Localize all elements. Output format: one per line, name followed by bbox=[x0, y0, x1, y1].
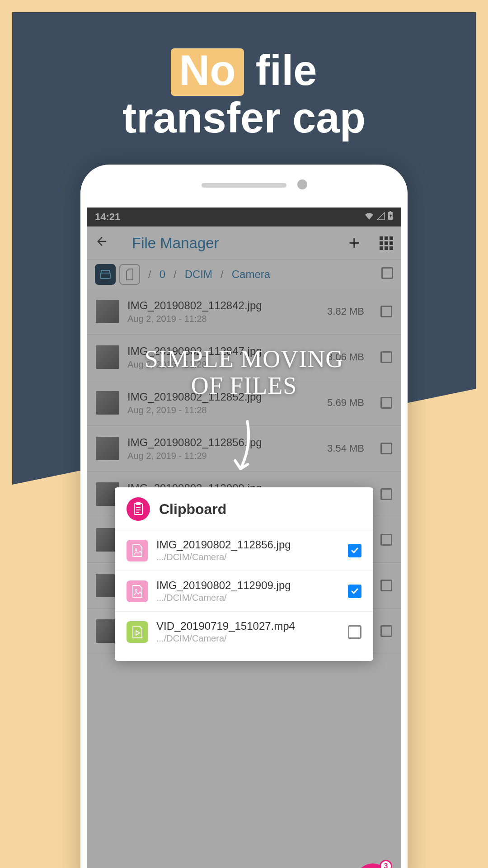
clipboard-file-name: VID_20190719_151027.mp4 bbox=[156, 620, 340, 632]
breadcrumb-separator: / bbox=[221, 268, 224, 281]
phone-speaker bbox=[202, 183, 286, 188]
file-size: 3.54 MB bbox=[327, 443, 364, 454]
headline-word: file bbox=[256, 47, 317, 94]
internal-storage-icon[interactable] bbox=[95, 264, 116, 285]
sd-card-icon[interactable] bbox=[119, 264, 140, 285]
file-checkbox[interactable] bbox=[380, 580, 392, 591]
file-checkbox[interactable] bbox=[380, 443, 392, 454]
battery-icon bbox=[388, 211, 393, 223]
file-meta: Aug 2, 2019 - 11:28 bbox=[127, 359, 319, 370]
phone-camera bbox=[297, 179, 307, 189]
app-title: File Manager bbox=[132, 235, 219, 252]
breadcrumb-bar: / 0 / DCIM / Camera bbox=[87, 260, 401, 289]
file-size: 3.06 MB bbox=[327, 351, 364, 363]
svg-rect-3 bbox=[134, 504, 142, 514]
file-meta: Aug 2, 2019 - 11:29 bbox=[127, 451, 319, 461]
file-name: IMG_20190802_112856.jpg bbox=[127, 436, 319, 449]
svg-point-8 bbox=[135, 549, 137, 551]
file-checkbox[interactable] bbox=[380, 351, 392, 363]
breadcrumb-separator: / bbox=[174, 268, 177, 281]
clipboard-file-path: .../DCIM/Camera/ bbox=[156, 633, 340, 644]
file-type-icon bbox=[127, 621, 148, 643]
file-meta: Aug 2, 2019 - 11:28 bbox=[127, 314, 319, 324]
file-row[interactable]: IMG_20190802_112856.jpgAug 2, 2019 - 11:… bbox=[87, 426, 401, 472]
svg-rect-2 bbox=[100, 273, 110, 278]
file-checkbox[interactable] bbox=[380, 306, 392, 317]
file-name: IMG_20190802_112842.jpg bbox=[127, 299, 319, 312]
file-checkbox[interactable] bbox=[380, 488, 392, 500]
file-checkbox[interactable] bbox=[380, 534, 392, 546]
clipboard-file-path: .../DCIM/Camera/ bbox=[156, 593, 340, 603]
grid-view-button[interactable] bbox=[380, 236, 393, 250]
clipboard-icon bbox=[127, 497, 150, 521]
app-bar: File Manager + bbox=[87, 226, 401, 260]
clipboard-checkbox-checked[interactable] bbox=[348, 544, 361, 557]
svg-rect-1 bbox=[389, 211, 391, 212]
wifi-icon bbox=[364, 211, 374, 223]
file-name: IMG_20190802_112852.jpg bbox=[127, 391, 319, 403]
clipboard-item[interactable]: VID_20190719_151027.mp4.../DCIM/Camera/ bbox=[115, 612, 373, 652]
headline-line2: transfer cap bbox=[122, 94, 366, 142]
breadcrumb-root[interactable]: 0 bbox=[160, 268, 165, 281]
breadcrumb-separator: / bbox=[148, 268, 151, 281]
select-all-checkbox[interactable] bbox=[381, 267, 393, 282]
file-thumbnail bbox=[96, 391, 119, 415]
phone-screen: 14:21 File Manager bbox=[87, 208, 401, 868]
file-type-icon bbox=[127, 580, 148, 602]
file-row[interactable]: IMG_20190802_112842.jpgAug 2, 2019 - 11:… bbox=[87, 289, 401, 335]
status-bar: 14:21 bbox=[87, 208, 401, 226]
status-time: 14:21 bbox=[95, 211, 120, 223]
back-button[interactable] bbox=[95, 234, 113, 252]
svg-rect-4 bbox=[136, 502, 141, 505]
clipboard-file-path: .../DCIM/Camera/ bbox=[156, 552, 340, 562]
file-checkbox[interactable] bbox=[380, 625, 392, 637]
promo-headline: No file transfer cap bbox=[12, 48, 476, 140]
signal-icon bbox=[377, 211, 385, 223]
breadcrumb-camera[interactable]: Camera bbox=[232, 268, 270, 281]
fab-badge: 3 bbox=[380, 860, 392, 868]
file-name: IMG_20190802_112847.jpg bbox=[127, 345, 319, 358]
add-button[interactable]: + bbox=[348, 232, 360, 254]
clipboard-item[interactable]: IMG_20190802_112856.jpg.../DCIM/Camera/ bbox=[115, 530, 373, 571]
clipboard-file-name: IMG_20190802_112909.jpg bbox=[156, 579, 340, 592]
clipboard-file-name: IMG_20190802_112856.jpg bbox=[156, 538, 340, 551]
file-size: 5.69 MB bbox=[327, 397, 364, 409]
clipboard-checkbox-checked[interactable] bbox=[348, 585, 361, 598]
clipboard-item[interactable]: IMG_20190802_112909.jpg.../DCIM/Camera/ bbox=[115, 571, 373, 612]
file-checkbox[interactable] bbox=[380, 397, 392, 409]
file-size: 3.82 MB bbox=[327, 306, 364, 317]
file-row[interactable]: IMG_20190802_112847.jpgAug 2, 2019 - 11:… bbox=[87, 335, 401, 380]
file-thumbnail bbox=[96, 345, 119, 369]
file-row[interactable]: IMG_20190802_112852.jpgAug 2, 2019 - 11:… bbox=[87, 380, 401, 426]
clipboard-checkbox[interactable] bbox=[348, 625, 361, 639]
breadcrumb-dcim[interactable]: DCIM bbox=[185, 268, 212, 281]
clipboard-title: Clipboard bbox=[159, 501, 226, 518]
svg-point-9 bbox=[135, 590, 137, 591]
file-thumbnail bbox=[96, 300, 119, 323]
file-thumbnail bbox=[96, 437, 119, 460]
file-meta: Aug 2, 2019 - 11:28 bbox=[127, 405, 319, 415]
paste-fab[interactable]: 3 bbox=[355, 863, 390, 868]
phone-frame: 14:21 File Manager bbox=[80, 165, 408, 868]
file-type-icon bbox=[127, 540, 148, 561]
headline-highlight: No bbox=[171, 48, 244, 96]
clipboard-panel: Clipboard IMG_20190802_112856.jpg.../DCI… bbox=[115, 487, 373, 661]
